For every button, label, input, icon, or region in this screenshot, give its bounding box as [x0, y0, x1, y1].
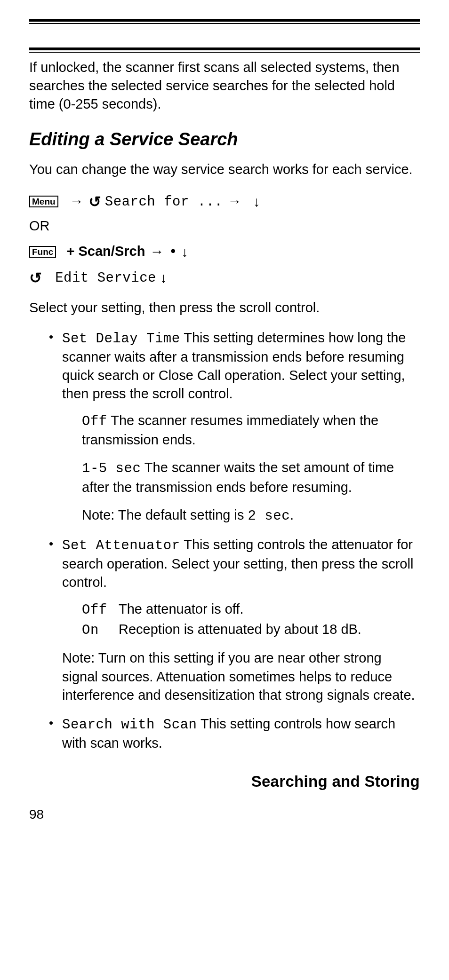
arrow-down-icon: ↓	[181, 241, 188, 263]
setting-label-searchscan: Search with Scan	[62, 717, 197, 733]
arrow-down-icon: ↓	[253, 190, 260, 213]
atten-off-label: Off	[82, 601, 119, 619]
delay-off-label: Off	[82, 414, 107, 429]
delay-note: Note: The default setting is 2 sec.	[82, 506, 420, 525]
arrow-right-icon: →	[69, 190, 85, 213]
nav-search-for: Search for ...	[105, 194, 223, 210]
arrow-right-icon: →	[227, 190, 243, 213]
atten-on-label: On	[82, 621, 119, 640]
section-intro: You can change the way service search wo…	[29, 160, 420, 179]
setting-label-atten: Set Attenuator	[62, 538, 180, 553]
nav-sequence-edit: ↻ Edit Service ↓	[29, 266, 420, 290]
nav-or: OR	[29, 217, 420, 235]
delay-off: Off The scanner resumes immediately when…	[82, 411, 420, 449]
nav-scan-srch: + Scan/Srch	[67, 244, 145, 259]
delay-note-prefix: Note: The default setting is	[82, 507, 248, 522]
nav-sequence-menu: Menu → ↻ Search for ... → ↓	[29, 190, 420, 214]
page-number: 98	[29, 806, 420, 823]
list-item: Set Delay Time This setting determines h…	[49, 329, 420, 525]
delay-range: 1-5 sec The scanner waits the set amount…	[82, 458, 420, 496]
list-item: Set Attenuator This setting controls the…	[49, 536, 420, 704]
delay-off-desc: The scanner resumes immediately when the…	[82, 413, 378, 447]
setting-label-delay: Set Delay Time	[62, 331, 180, 347]
rotate-icon: ↻	[88, 190, 101, 214]
arrow-down-icon: ↓	[160, 267, 167, 289]
top-rule	[29, 19, 420, 24]
func-button-label: Func	[29, 246, 56, 258]
sub-rule	[29, 47, 420, 53]
intro-paragraph: If unlocked, the scanner first scans all…	[29, 58, 420, 113]
after-nav-instruction: Select your setting, then press the scro…	[29, 299, 420, 317]
nav-sequence-func: Func + Scan/Srch → • ↓	[29, 240, 420, 263]
rotate-icon: ↻	[29, 266, 42, 290]
menu-button-label: Menu	[29, 196, 58, 207]
atten-note: Note: Turn on this setting if you are ne…	[62, 649, 420, 704]
dot-icon: •	[168, 240, 177, 262]
nav-edit-service: Edit Service	[55, 270, 156, 286]
atten-on-desc: Reception is attenuated by about 18 dB.	[119, 622, 361, 637]
atten-on: OnReception is attenuated by about 18 dB…	[82, 620, 420, 640]
section-heading: Editing a Service Search	[29, 127, 420, 151]
atten-off-desc: The attenuator is off.	[119, 601, 243, 616]
arrow-right-icon: →	[149, 240, 165, 263]
list-item: Search with Scan This setting controls h…	[49, 715, 420, 752]
footer-section-title: Searching and Storing	[29, 771, 420, 792]
delay-range-label: 1-5 sec	[82, 461, 141, 476]
delay-note-suffix: .	[290, 507, 294, 522]
atten-off: OffThe attenuator is off.	[82, 600, 420, 619]
delay-note-value: 2 sec	[248, 508, 290, 524]
